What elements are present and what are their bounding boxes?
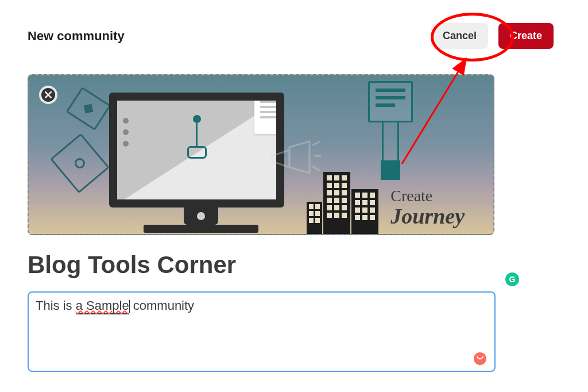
smile-icon	[477, 356, 483, 361]
monitor-illustration	[109, 93, 293, 235]
description-text: This is a Sample community	[36, 298, 194, 313]
community-name-input[interactable]: Blog Tools Corner	[28, 251, 554, 279]
decorative-hex-icon	[68, 90, 109, 126]
grammarly-icon[interactable]: G	[505, 272, 519, 286]
decorative-tag-icon	[56, 141, 104, 186]
svg-marker-3	[289, 141, 310, 173]
description-prefix: This is	[36, 298, 76, 313]
description-spellcheck: a Sample	[76, 298, 129, 314]
header: New community Cancel Create	[28, 23, 554, 49]
banner-text: Create Journey	[390, 187, 465, 227]
buildings-illustration	[307, 172, 378, 234]
cancel-button[interactable]: Cancel	[431, 23, 488, 49]
description-suffix: community	[130, 298, 194, 313]
svg-line-4	[312, 141, 320, 145]
svg-marker-2	[272, 150, 289, 167]
signboard-illustration	[368, 81, 413, 186]
svg-line-6	[312, 166, 320, 171]
grammarly-alert-icon[interactable]	[474, 352, 486, 365]
banner-text-line1: Create	[390, 187, 465, 205]
banner-text-line2: Journey	[390, 205, 465, 227]
description-input[interactable]: This is a Sample community	[28, 291, 496, 372]
close-icon	[45, 91, 52, 98]
header-buttons: Cancel Create	[431, 23, 554, 49]
page-title: New community	[28, 29, 125, 44]
create-button[interactable]: Create	[498, 23, 554, 49]
cover-image[interactable]: Create Journey	[28, 74, 494, 235]
remove-cover-button[interactable]	[39, 86, 57, 104]
